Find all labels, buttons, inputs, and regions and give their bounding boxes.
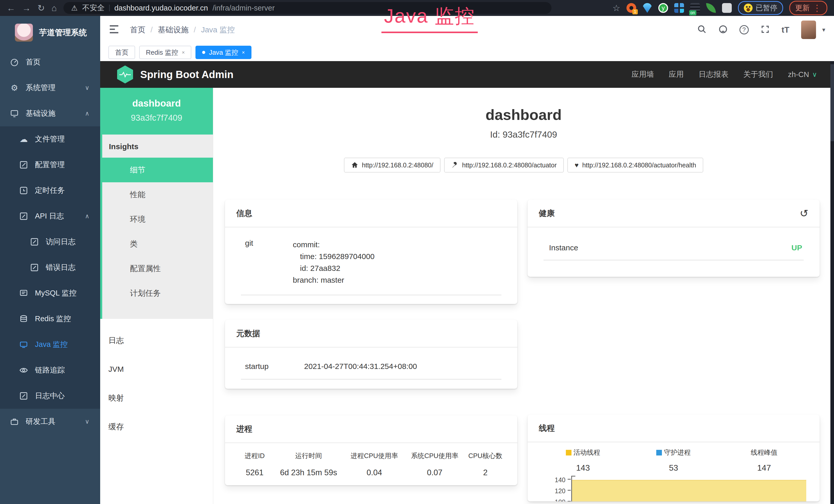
sidebar-item-dev-tools[interactable]: 研发工具 ∨ (0, 409, 100, 434)
scrollbar[interactable] (830, 61, 834, 504)
metadata-value: 2021-04-27T00:44:31.254+08:00 (304, 362, 417, 371)
sidebar-item-label: 定时任务 (35, 185, 65, 196)
sba-menu-jvm[interactable]: JVM (100, 355, 213, 384)
tab-home[interactable]: 首页 (108, 46, 135, 59)
sidebar-item-redis-monitor[interactable]: Redis 监控 (0, 306, 100, 332)
caret-down-icon[interactable]: ▾ (822, 26, 825, 33)
forward-icon[interactable]: → (22, 4, 31, 12)
sidebar-submenu-infra: ☁ 文件管理 配置管理 定时任务 API 日志 ∧ 访问日志 错误日志 MySQ… (0, 126, 100, 409)
sba-menu-classes[interactable]: 类 (102, 232, 213, 256)
scrollbar-thumb[interactable] (830, 64, 834, 141)
sba-insights-section: Insights 细节 性能 环境 类 配置属性 计划任务 (100, 135, 213, 319)
service-url-button[interactable]: http://192.168.0.2:48080/ (344, 158, 440, 173)
back-icon[interactable]: ← (7, 4, 16, 12)
sidebar-item-mysql-monitor[interactable]: MySQL 监控 (0, 280, 100, 306)
tab-java-monitor[interactable]: Java 监控 × (195, 46, 251, 59)
fullscreen-icon[interactable] (761, 25, 770, 35)
sba-nav-journal[interactable]: 日志报表 (699, 69, 728, 79)
sba-locale-select[interactable]: zh-CN ∨ (788, 70, 817, 79)
column-value: 5261 (235, 468, 274, 477)
sidebar-item-trace[interactable]: 链路追踪 (0, 358, 100, 383)
gear-icon: ⚙ (10, 83, 19, 92)
sidebar-item-error-log[interactable]: 错误日志 (0, 255, 100, 280)
sidebar-item-java-monitor[interactable]: Java 监控 (0, 332, 100, 358)
sidebar-item-infra[interactable]: 基础设施 ∧ (0, 101, 100, 126)
sidebar-item-log-center[interactable]: 日志中心 (0, 383, 100, 409)
chevron-down-icon: ∨ (85, 418, 89, 425)
sba-menu-config-props[interactable]: 配置属性 (102, 256, 213, 281)
sba-menu-mappings[interactable]: 映射 (100, 384, 213, 412)
user-avatar[interactable] (801, 21, 816, 39)
bookmark-star-icon[interactable]: ☆ (613, 3, 620, 13)
health-url-button[interactable]: ♥ http://192.168.0.2:48080/actuator/heal… (567, 158, 703, 173)
breadcrumb-item[interactable]: 基础设施 (158, 25, 189, 35)
update-button[interactable]: 更新 ⋮ (789, 1, 827, 15)
extension-leaf-icon[interactable] (706, 3, 716, 13)
app-logo-row[interactable]: 芋道管理系统 (0, 16, 100, 49)
process-column: CPU核心数 2 (464, 451, 507, 477)
sidebar-item-file-manage[interactable]: ☁ 文件管理 (0, 126, 100, 152)
home-icon[interactable]: ⌂ (52, 4, 57, 12)
close-icon[interactable]: × (242, 49, 245, 55)
extension-icon[interactable]: 1 (627, 3, 636, 13)
sba-menu-environment[interactable]: 环境 (102, 207, 213, 232)
sidebar-item-label: 访问日志 (46, 237, 75, 247)
font-size-icon[interactable]: tT (782, 25, 789, 35)
sba-menu-scheduled-tasks[interactable]: 计划任务 (102, 281, 213, 305)
actuator-url-button[interactable]: http://192.168.0.2:48080/actuator (444, 158, 564, 173)
health-url: http://192.168.0.2:48080/actuator/health (582, 161, 696, 169)
kebab-menu-icon[interactable]: ⋮ (813, 3, 821, 13)
sba-menu-metrics[interactable]: 性能 (102, 182, 213, 207)
sidebar-item-label: 研发工具 (26, 416, 56, 427)
breadcrumb: 首页 / 基础设施 / Java 监控 (130, 25, 235, 35)
sidebar-item-scheduled-jobs[interactable]: 定时任务 (0, 178, 100, 203)
tab-label: Redis 监控 (146, 48, 178, 57)
extension-y-icon[interactable]: y (658, 3, 668, 13)
reload-icon[interactable]: ↻ (38, 4, 45, 12)
dashboard-icon (10, 58, 19, 67)
sba-nav-wallboard[interactable]: 应用墙 (632, 69, 654, 79)
close-icon[interactable]: × (182, 49, 185, 55)
sba-menu-logs[interactable]: 日志 (100, 326, 213, 355)
thread-stats: 活动线程 143 守护进程 53 线程峰值 147 (538, 448, 810, 473)
sidebar-item-api-log[interactable]: API 日志 ∧ (0, 203, 100, 229)
sba-brand: Spring Boot Admin (140, 69, 234, 81)
extension-grid-icon[interactable] (674, 3, 684, 13)
history-icon[interactable]: ↺ (799, 207, 808, 219)
app-sidebar: 芋道管理系统 首页 ⚙ 系统管理 ∨ 基础设施 ∧ ☁ 文件管理 配置管理 定时… (0, 16, 100, 504)
sidebar-item-label: Redis 监控 (35, 314, 71, 324)
sidebar-item-access-log[interactable]: 访问日志 (0, 229, 100, 255)
sidebar-item-config-manage[interactable]: 配置管理 (0, 152, 100, 178)
y-axis-cap (571, 476, 575, 477)
sidebar-item-label: 系统管理 (26, 83, 56, 93)
extension-puzzle-icon[interactable] (722, 3, 732, 13)
hamburger-icon[interactable] (109, 25, 119, 35)
heart-icon: ♥ (575, 161, 578, 169)
git-commit-line: commit: (293, 239, 374, 251)
sidebar-item-system[interactable]: ⚙ 系统管理 ∨ (0, 75, 100, 101)
github-icon[interactable] (719, 25, 728, 35)
sba-navbar: Spring Boot Admin 应用墙 应用 日志报表 关于我们 zh-CN… (100, 61, 834, 88)
process-column: 进程ID 5261 (235, 451, 274, 477)
extension-pin-icon[interactable] (642, 3, 652, 13)
sba-instance-header[interactable]: dashboard 93a3fc7f7409 (100, 88, 213, 135)
eye-icon (19, 366, 28, 375)
sba-section-label: Insights (102, 135, 213, 158)
emoji-face-icon (744, 4, 752, 12)
paused-badge[interactable]: 已暂停 (738, 1, 783, 15)
sba-nav-about[interactable]: 关于我们 (743, 69, 773, 79)
chevron-down-icon: ∨ (812, 71, 817, 78)
tab-redis-monitor[interactable]: Redis 监控 × (139, 46, 191, 59)
breadcrumb-item[interactable]: 首页 (130, 25, 146, 35)
extension-switch-icon[interactable]: on (690, 3, 700, 13)
search-icon[interactable] (697, 25, 707, 35)
stat-label: 活动线程 (574, 448, 600, 457)
chevron-up-icon: ∧ (85, 110, 89, 117)
sidebar-item-home[interactable]: 首页 (0, 49, 100, 75)
help-icon[interactable]: ? (740, 25, 749, 35)
sba-menu-details[interactable]: 细节 (100, 158, 213, 182)
address-bar[interactable]: ⚠ 不安全 dashboard.yudao.iocoder.cn/infra/a… (63, 2, 551, 14)
sba-nav-applications[interactable]: 应用 (669, 69, 684, 79)
card-title: 健康 (539, 208, 555, 219)
sba-menu-caches[interactable]: 缓存 (100, 412, 213, 441)
